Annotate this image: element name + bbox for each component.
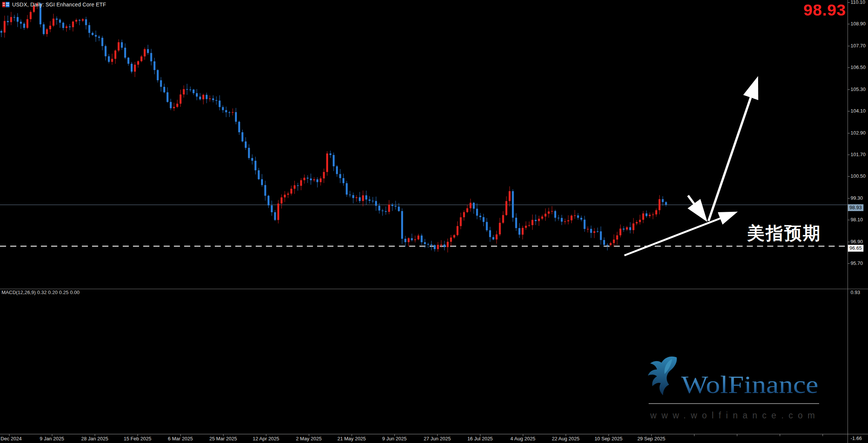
price-tick: [848, 111, 850, 111]
price-axis-border: [848, 0, 848, 443]
chart-header: USDX, Daily: SGI Enhanced Core ETF: [2, 2, 106, 8]
price-tick: [848, 198, 850, 199]
date-axis-label: 4 Aug 2025: [510, 436, 535, 441]
price-axis-label: 107.70: [851, 43, 866, 49]
price-axis-label: 104.10: [851, 108, 866, 114]
date-axis-label: 29 Sep 2025: [637, 436, 665, 441]
price-tick: [848, 46, 850, 46]
macd-axis-max: 0.93: [851, 290, 860, 295]
chart-surface[interactable]: [0, 0, 868, 443]
price-tick: [848, 67, 850, 68]
price-axis-label: 95.70: [851, 260, 863, 266]
pullback-arrow[interactable]: [688, 196, 705, 218]
symbol-title: USDX, Daily: SGI Enhanced Core ETF: [12, 2, 106, 8]
macd-axis-min: -1.66: [851, 435, 862, 441]
date-axis-label: 25 Mar 2025: [210, 436, 237, 441]
price-tick: [848, 89, 850, 90]
date-tick: [780, 434, 780, 436]
date-axis-label: 15 Feb 2025: [124, 436, 151, 441]
date-axis-label: 9 Jun 2025: [382, 436, 407, 441]
support-price-badge: 96.65: [848, 245, 863, 252]
date-axis-label: 28 Jan 2025: [81, 436, 108, 441]
date-tick: [823, 434, 823, 436]
price-axis-label: 98.10: [851, 217, 863, 222]
annotation-note[interactable]: 美指预期: [747, 222, 821, 245]
price-tick: [848, 176, 850, 177]
price-tick: [848, 242, 850, 242]
price-tick: [848, 133, 850, 133]
panel-separator[interactable]: [0, 289, 868, 289]
price-axis-label: 106.50: [851, 64, 866, 70]
price-axis-label: 108.90: [851, 21, 866, 27]
price-tick: [848, 2, 850, 3]
price-tick: [848, 24, 850, 24]
date-axis-label: 16 Jul 2025: [467, 436, 493, 441]
price-axis-label: 99.30: [851, 195, 863, 201]
price-tick: [848, 263, 850, 264]
chart-window: WolFinance www.wolfinance.com USDX, Dail…: [0, 0, 868, 443]
last-price-display: 98.93: [803, 1, 846, 19]
price-tick: [848, 155, 850, 155]
price-axis-label: 96.90: [851, 239, 863, 244]
date-axis-label: 21 May 2025: [337, 436, 366, 441]
date-axis-border: [0, 434, 868, 434]
date-axis-label: 8 Dec 2024: [0, 436, 22, 441]
drawn-arrows: [624, 80, 757, 255]
date-tick: [694, 434, 694, 436]
price-axis-label: 102.90: [851, 130, 866, 136]
price-axis-label: 101.70: [851, 152, 866, 157]
price-tick: [848, 220, 850, 220]
price-axis-label: 105.30: [851, 86, 866, 92]
date-axis-label: 9 Jan 2025: [40, 436, 64, 441]
candlestick-series: [0, 2, 667, 252]
date-axis-label: 2 May 2025: [296, 436, 322, 441]
date-axis-label: 6 Mar 2025: [168, 436, 193, 441]
date-axis-label: 10 Sep 2025: [594, 436, 622, 441]
date-axis-label: 27 Jun 2025: [424, 436, 451, 441]
price-axis-label: 100.50: [851, 173, 866, 179]
surge-arrow[interactable]: [708, 80, 757, 221]
price-axis-label: 110.10: [851, 0, 865, 5]
trend-arrow[interactable]: [624, 213, 734, 255]
price-guide-lines: [0, 205, 848, 246]
chart-window-icon: [2, 2, 9, 7]
macd-indicator-label: MACD(12,26,9) 0.32 0.20 0.25 0.00: [2, 290, 80, 295]
date-tick: [737, 434, 737, 436]
current-price-badge: 98.93: [848, 204, 863, 211]
date-axis-label: 22 Aug 2025: [552, 436, 579, 441]
date-axis-label: 12 Apr 2025: [253, 436, 279, 441]
